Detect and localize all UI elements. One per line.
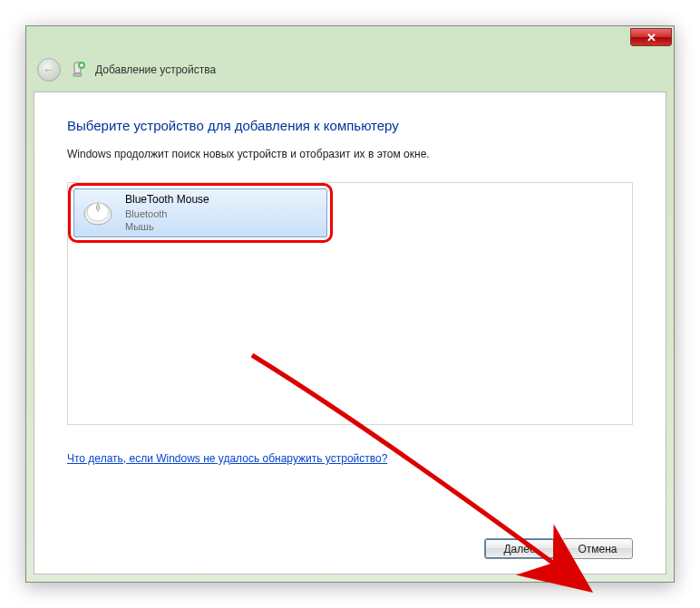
next-button[interactable]: Далее [484, 538, 555, 559]
device-name: BlueTooth Mouse [125, 193, 209, 207]
page-subtext: Windows продолжит поиск новых устройств … [67, 148, 633, 160]
page-heading: Выберите устройство для добавления к ком… [67, 118, 633, 133]
cancel-button[interactable]: Отмена [562, 538, 633, 559]
back-button[interactable]: ← [37, 58, 61, 82]
navbar: ← Добавление устройства [26, 53, 674, 86]
close-icon: ✕ [647, 31, 656, 44]
device-list: BlueTooth Mouse Bluetooth Мышь [67, 182, 633, 425]
device-type: Мышь [125, 220, 209, 233]
close-button[interactable]: ✕ [630, 28, 672, 46]
content-panel: Выберите устройство для добавления к ком… [34, 92, 666, 574]
wizard-title: Добавление устройства [95, 63, 216, 76]
device-item[interactable]: BlueTooth Mouse Bluetooth Мышь [73, 188, 327, 237]
device-labels: BlueTooth Mouse Bluetooth Мышь [125, 193, 209, 233]
svg-rect-5 [97, 205, 100, 210]
device-protocol: Bluetooth [125, 207, 209, 220]
back-arrow-icon: ← [43, 63, 55, 77]
svg-rect-1 [73, 73, 82, 76]
titlebar: ✕ [26, 26, 674, 53]
wizard-window: ✕ ← Добавление устройства Выберите устро… [25, 25, 675, 583]
mouse-icon [80, 198, 116, 228]
button-row: Далее Отмена [67, 526, 633, 559]
help-link[interactable]: Что делать, если Windows не удалось обна… [67, 452, 387, 465]
add-device-icon [70, 62, 86, 78]
